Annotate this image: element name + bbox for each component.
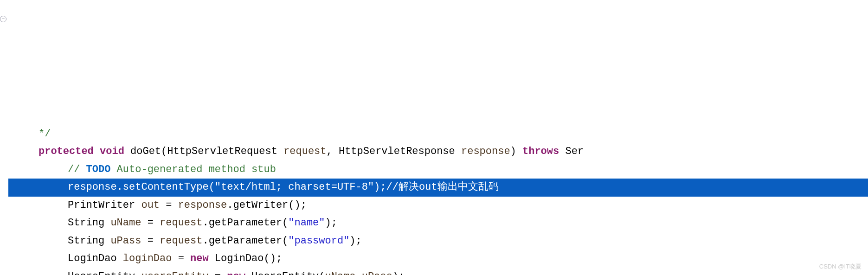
string-literal: "name" [288, 217, 325, 229]
watermark-text: CSDN @IT晓夏 [819, 262, 862, 272]
arg-uname: uName [325, 271, 356, 275]
assign: = [160, 199, 178, 211]
call-end: ); [349, 235, 361, 247]
assign: = [172, 253, 190, 264]
comment-slash: // [68, 164, 86, 175]
var-request: request [160, 217, 202, 229]
assign: = [141, 235, 160, 247]
comma: , [356, 271, 362, 275]
arg-upass: uPass [362, 271, 392, 275]
code-line: */ [8, 125, 868, 143]
keyword-new: new [190, 253, 209, 264]
param-request: request [283, 146, 326, 157]
assign: = [141, 217, 160, 229]
assign: = [209, 271, 227, 275]
call-end: ); [325, 217, 337, 229]
code-line: String uName = request.getParameter("nam… [8, 214, 868, 232]
comment-body: Auto-generated method stub [110, 164, 276, 175]
method-name: doGet [130, 146, 161, 157]
throws-type: Ser [559, 146, 584, 157]
keyword-void: void [100, 146, 124, 157]
param-open: (HttpServletRequest [161, 146, 283, 157]
param-response: response [461, 146, 510, 157]
type: String [68, 235, 110, 247]
var-upass: uPass [110, 235, 141, 247]
keyword-throws: throws [522, 146, 559, 157]
param-sep: , HttpServletResponse [327, 146, 461, 157]
fold-toggle-icon[interactable]: − [0, 16, 6, 22]
code-line: LoginDao loginDao = new LoginDao(); [8, 250, 868, 268]
var-usersentity: usersEntity [141, 271, 208, 275]
var-out: out [141, 199, 160, 211]
type: PrintWriter [68, 199, 141, 211]
code-line: // TODO Auto-generated method stub [8, 161, 868, 179]
call: .getParameter( [202, 217, 288, 229]
call: .getWriter(); [227, 199, 307, 211]
ctor-end: ); [392, 271, 405, 275]
code-editor[interactable]: */protected void doGet(HttpServletReques… [0, 107, 868, 275]
ctor: UsersEntity( [245, 271, 325, 275]
var-request: request [160, 235, 202, 247]
selected-text: response.setContentType("text/html; char… [8, 181, 499, 193]
var-uname: uName [110, 217, 141, 229]
code-line: String uPass = request.getParameter("pas… [8, 232, 868, 250]
code-line: protected void doGet(HttpServletRequest … [8, 143, 868, 161]
var-response: response [178, 199, 227, 211]
param-close: ) [510, 146, 522, 157]
keyword-new: new [227, 271, 245, 275]
keyword-protected: protected [39, 146, 94, 157]
type: LoginDao [68, 253, 123, 264]
string-literal: "password" [288, 235, 349, 247]
call: .getParameter( [202, 235, 288, 247]
todo-tag: TODO [86, 164, 111, 175]
var-logindao: loginDao [123, 253, 172, 264]
comment-end: */ [39, 128, 51, 140]
ctor: LoginDao(); [209, 253, 282, 264]
selected-line: response.setContentType("text/html; char… [8, 179, 868, 197]
code-line: PrintWriter out = response.getWriter(); [8, 197, 868, 215]
code-line: UsersEntity usersEntity = new UsersEntit… [8, 268, 868, 275]
type: UsersEntity [68, 271, 141, 275]
type: String [68, 217, 110, 229]
